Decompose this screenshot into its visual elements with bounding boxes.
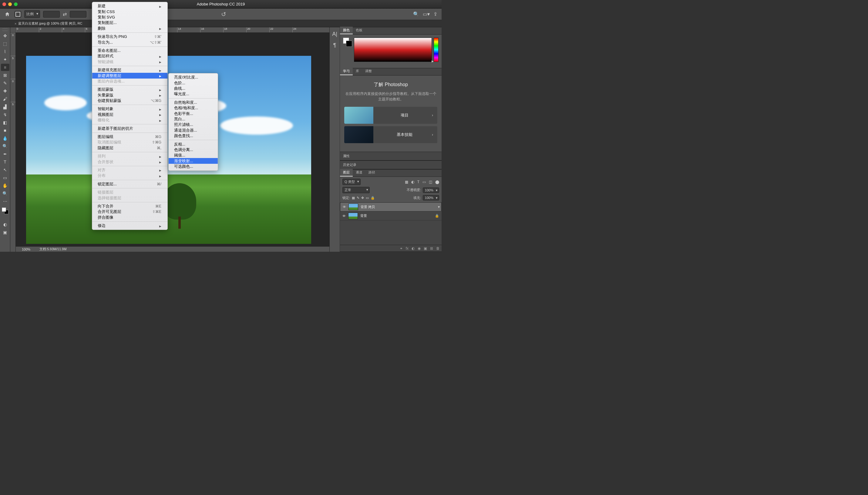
layer-context-menu[interactable]: 新建复制 CSS复制 SVG复制图层...删除快速导出为 PNG⇧⌘'导出为..… [92,2,168,230]
doc-size[interactable]: 文档:5.93M/11.9M [39,247,66,252]
path-tool[interactable]: ↖ [1,166,10,173]
menu-item[interactable]: 重命名图层... [92,48,168,53]
menu-item[interactable]: 隐藏图层⌘, [92,145,168,151]
history-header[interactable]: 历史记录 [340,161,441,169]
screen-mode[interactable]: ▣ [1,229,10,236]
eraser-tool[interactable]: ◧ [1,119,10,126]
menu-item[interactable]: 快速导出为 PNG⇧⌘' [92,34,168,39]
search-icon[interactable]: 🔍 [413,11,419,17]
adjustment-submenu[interactable]: 亮度/对比度...色阶...曲线...曝光度...自然饱和度...色相/饱和度.… [168,73,218,171]
filter-toggle-icon[interactable]: ⬤ [435,180,439,184]
tab-libraries[interactable]: 库 [353,68,362,75]
layer-name[interactable]: 背景 拷贝 [361,205,375,209]
layer-row[interactable]: 背景 🔒 [340,211,441,221]
layer-name[interactable]: 背景 [360,214,367,218]
menu-item[interactable]: 新建调整图层 [92,73,168,78]
vertical-ruler[interactable]: 0505 [10,33,16,252]
lock-trans-icon[interactable]: ▦ [352,196,355,200]
menu-item[interactable]: 渐变映射... [169,158,218,164]
lock-artboard-icon[interactable]: ▭ [366,196,369,200]
learn-card-projects[interactable]: 项目 › [344,107,437,124]
layer-thumbnail[interactable] [348,212,358,219]
menu-item[interactable]: 色调分离... [169,147,218,153]
lock-icon[interactable]: 🔒 [435,214,439,218]
healing-tool[interactable]: ✚ [1,87,10,95]
menu-item[interactable]: 色彩平衡... [169,111,218,116]
tab-channels[interactable]: 通道 [353,169,365,176]
delete-layer-icon[interactable]: 🗑 [436,246,440,251]
menu-item[interactable]: 新建 [92,3,168,9]
gradient-tool[interactable]: ■ [1,127,10,134]
menu-item[interactable]: 视频图层 [92,112,168,117]
tab-layers[interactable]: 图层 [340,169,353,176]
color-ramp[interactable] [354,38,432,62]
horizontal-ruler[interactable]: 024681012141618202224 [16,27,329,33]
menu-item[interactable]: 通道混合器... [169,128,218,133]
menu-item[interactable]: 自然饱和度... [169,100,218,105]
panel-fg-bg[interactable] [343,38,352,47]
menu-item[interactable]: 反相... [169,141,218,147]
crop-tool-icon[interactable] [15,11,21,18]
move-tool[interactable]: ✥ [1,32,10,39]
menu-item[interactable]: 颜色查找... [169,133,218,139]
layer-row[interactable]: 背景 拷贝 [340,202,441,211]
menu-item[interactable]: 删除 [92,26,168,31]
layer-fx-icon[interactable]: fx [406,246,409,251]
filter-smart-icon[interactable]: ◫ [429,180,432,184]
menu-item[interactable]: 修边 [92,223,168,228]
menu-item[interactable]: 照片滤镜... [169,122,218,127]
filter-pixel-icon[interactable]: ▦ [405,180,408,184]
filter-adjust-icon[interactable]: ◐ [411,180,414,184]
visibility-icon[interactable] [343,205,346,209]
toolbar-grip[interactable] [2,29,8,31]
shape-tool[interactable]: ▭ [1,174,10,182]
arrangement-icon[interactable]: ▭▾ [423,11,430,17]
minimize-window[interactable] [8,2,12,6]
menu-item[interactable]: 可选颜色... [169,164,218,169]
tab-adjustments[interactable]: 调整 [362,68,375,75]
hand-tool[interactable]: ✋ [1,182,10,189]
filter-shape-icon[interactable]: ▭ [422,180,426,184]
frame-tool[interactable]: ⊠ [1,72,10,79]
menu-item[interactable]: 创建剪贴蒙版⌥⌘G [92,98,168,103]
opacity-value[interactable]: 100% [423,187,439,193]
tab-learn[interactable]: 学习 [340,68,353,75]
tab-swatches[interactable]: 色板 [353,27,365,34]
menu-item[interactable]: 新建基于图层的切片 [92,125,168,131]
menu-item[interactable]: 色阶... [169,80,218,86]
lock-pos-icon[interactable]: ✥ [361,196,364,200]
menu-item[interactable]: 锁定图层...⌘/ [92,182,168,187]
add-mask-icon[interactable]: ◐ [412,246,415,251]
menu-item[interactable]: 合并可见图层⇧⌘E [92,209,168,215]
foreground-background-colors[interactable] [2,207,8,214]
character-panel-icon[interactable]: A| [332,31,337,37]
menu-item[interactable]: 新建填充图层 [92,67,168,73]
menu-item[interactable]: 矢量蒙版 [92,92,168,98]
menu-item[interactable]: 曝光度... [169,91,218,97]
reset-icon[interactable] [221,11,226,18]
menu-item[interactable]: 黑白... [169,117,218,122]
magic-wand-tool[interactable]: ✦ [1,56,10,63]
layer-thumbnail[interactable] [348,204,358,210]
brush-tool[interactable]: 🖌 [1,95,10,103]
menu-item[interactable]: 复制 SVG [92,15,168,20]
crop-tool[interactable]: ⌗ [1,64,10,71]
ruler-origin[interactable] [10,27,16,33]
visibility-icon[interactable] [343,214,346,218]
learn-card-basics[interactable]: 基本技能 › [344,126,437,143]
link-layers-icon[interactable]: ⚭ [400,246,403,251]
zoom-tool[interactable]: 🔍 [1,190,10,197]
fill-value[interactable]: 100% [423,195,439,201]
layer-kind-filter[interactable]: Q 类型 [343,178,361,185]
lasso-tool[interactable]: ⌇ [1,48,10,55]
filter-type-icon[interactable]: T [417,180,419,184]
eyedropper-tool[interactable]: ✎ [1,80,10,87]
properties-header[interactable]: 属性 [340,152,441,160]
quick-mask[interactable]: ◐ [1,221,10,228]
dodge-tool[interactable]: 🔍 [1,142,10,150]
menu-item[interactable]: 向下合并⌘E [92,204,168,209]
menu-item[interactable]: 图层样式 [92,53,168,59]
pen-tool[interactable]: ✒ [1,151,10,158]
menu-item[interactable]: 拼合图像 [92,215,168,220]
menu-item[interactable]: 图层编组⌘G [92,134,168,139]
